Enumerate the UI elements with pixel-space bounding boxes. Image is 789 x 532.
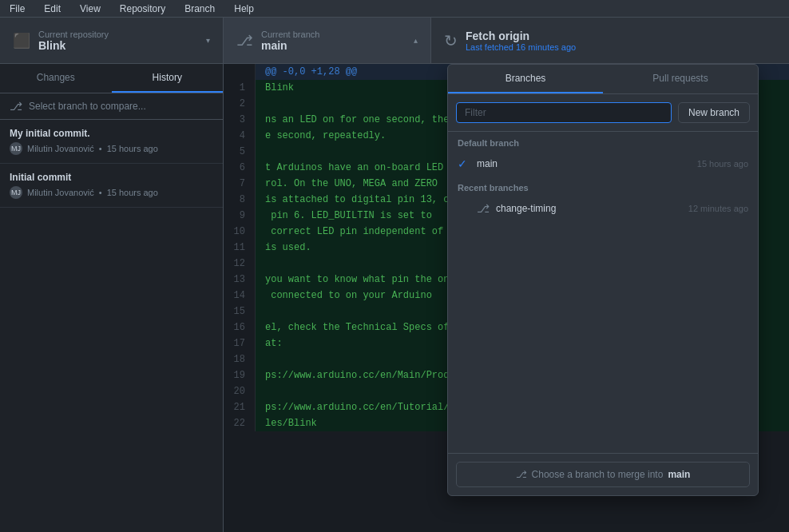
content-area: Changes History ⎇ Select branch to compa… (0, 64, 789, 532)
branch-list-item-main[interactable]: ✓ main 15 hours ago (448, 151, 758, 177)
commit-author: Milutin Jovanović (27, 188, 94, 197)
merge-btn-container: ⎇ Choose a branch to merge into main (448, 453, 758, 495)
line-number: 14 (224, 288, 256, 304)
fetch-origin-section[interactable]: ↻ Fetch origin Last fetched 16 minutes a… (431, 18, 789, 63)
compare-icon: ⎇ (10, 100, 22, 113)
dropdown-tabs: Branches Pull requests (448, 65, 758, 94)
fetch-time: 16 minutes ago (516, 42, 576, 52)
line-number: 8 (224, 192, 256, 208)
branch-name-change-timing: change-timing (496, 203, 682, 214)
branch-compare[interactable]: ⎇ Select branch to compare... (0, 93, 223, 120)
tab-pull-requests[interactable]: Pull requests (603, 65, 758, 93)
line-number: 6 (224, 160, 256, 176)
current-repository-section[interactable]: ⬛ Current repository Blink ▾ (0, 18, 224, 63)
line-number: 16 (224, 320, 256, 335)
commit-title: My initial commit. (10, 128, 213, 139)
fetch-icon: ↻ (444, 31, 458, 50)
filter-input[interactable] (456, 102, 672, 123)
toolbar: ⬛ Current repository Blink ▾ ⎇ Current b… (0, 18, 789, 64)
list-item[interactable]: Initial commit MJ Milutin Jovanović • 15… (0, 164, 223, 208)
avatar: MJ (10, 142, 22, 155)
menu-bar: File Edit View Repository Branch Help (0, 0, 789, 18)
branch-dropdown: Branches Pull requests New branch Defaul… (447, 64, 759, 496)
merge-btn-text: Choose a branch to merge into (532, 469, 664, 480)
line-number: 9 (224, 208, 256, 224)
compare-text: Select branch to compare... (29, 101, 146, 112)
dropdown-spacer (448, 221, 758, 453)
menu-edit[interactable]: Edit (41, 2, 64, 16)
line-number: 21 (224, 399, 256, 415)
filter-area: New branch (448, 94, 758, 132)
line-number: 13 (224, 272, 256, 288)
branch-name-main: main (477, 158, 691, 169)
commit-time-value: 15 hours ago (107, 188, 158, 197)
line-number: 10 (224, 224, 256, 240)
line-number: 20 (224, 383, 256, 399)
merge-button[interactable]: ⎇ Choose a branch to merge into main (456, 462, 750, 487)
line-number: 7 (224, 176, 256, 192)
branch-name: main (261, 39, 319, 52)
commit-meta: MJ Milutin Jovanović • 15 hours ago (10, 186, 213, 199)
branch-icon: ⎇ (477, 202, 490, 215)
merge-branch-icon: ⎇ (516, 469, 527, 480)
commit-author: Milutin Jovanović (27, 144, 94, 153)
merge-btn-branch: main (668, 469, 690, 480)
branch-time-change-timing: 12 minutes ago (688, 204, 748, 213)
line-number: 2 (224, 96, 256, 112)
new-branch-button[interactable]: New branch (678, 102, 750, 123)
repository-arrow: ▾ (206, 36, 210, 45)
line-number: 17 (224, 335, 256, 351)
tab-branches[interactable]: Branches (448, 65, 603, 93)
repository-label: Current repository (38, 30, 109, 39)
line-number: 11 (224, 240, 256, 256)
list-item[interactable]: My initial commit. MJ Milutin Jovanović … (0, 120, 223, 164)
repository-icon: ⬛ (13, 32, 30, 50)
tab-changes[interactable]: Changes (0, 64, 112, 93)
line-number (224, 64, 256, 80)
tab-history[interactable]: History (112, 64, 224, 93)
line-number: 1 (224, 80, 256, 96)
line-number: 18 (224, 351, 256, 367)
sidebar: Changes History ⎇ Select branch to compa… (0, 64, 224, 532)
line-number: 22 (224, 415, 256, 431)
commit-title: Initial commit (10, 172, 213, 183)
line-number: 4 (224, 128, 256, 144)
sidebar-tabs: Changes History (0, 64, 223, 93)
menu-file[interactable]: File (6, 2, 28, 16)
fetch-label: Fetch origin (466, 30, 576, 42)
commit-time-value: 15 hours ago (107, 144, 158, 153)
repository-name: Blink (38, 39, 109, 52)
line-number: 12 (224, 256, 256, 272)
avatar: MJ (10, 186, 22, 199)
check-icon: ✓ (458, 157, 470, 170)
branch-time-main: 15 hours ago (697, 159, 748, 169)
check-icon-empty: ✓ (458, 202, 470, 215)
line-number: 3 (224, 112, 256, 128)
current-branch-section[interactable]: ⎇ Current branch main ▴ (224, 18, 431, 63)
branch-label: Current branch (261, 30, 319, 39)
line-number: 5 (224, 144, 256, 160)
repository-info: Current repository Blink (38, 30, 109, 52)
default-branch-header: Default branch (448, 132, 758, 151)
line-number: 15 (224, 304, 256, 320)
line-number: 19 (224, 367, 256, 383)
commit-time: • (99, 144, 102, 153)
branch-arrow: ▴ (414, 36, 418, 45)
fetch-subtitle: Last fetched 16 minutes ago (466, 42, 576, 52)
branch-list-item-change-timing[interactable]: ✓ ⎇ change-timing 12 minutes ago (448, 196, 758, 221)
commit-list: My initial commit. MJ Milutin Jovanović … (0, 120, 223, 532)
recent-branches-header: Recent branches (448, 177, 758, 196)
main-content: @@ -0,0 +1,28 @@ 1 Blink 2 3 ns an LED o… (224, 64, 789, 532)
menu-branch[interactable]: Branch (181, 2, 218, 16)
branch-info: Current branch main (261, 30, 319, 52)
menu-view[interactable]: View (77, 2, 104, 16)
commit-meta: MJ Milutin Jovanović • 15 hours ago (10, 142, 213, 155)
branch-icon: ⎇ (236, 32, 253, 50)
commit-time-sep: • (99, 188, 102, 197)
fetch-info: Fetch origin Last fetched 16 minutes ago (466, 30, 576, 52)
menu-repository[interactable]: Repository (117, 2, 169, 16)
menu-help[interactable]: Help (231, 2, 257, 16)
